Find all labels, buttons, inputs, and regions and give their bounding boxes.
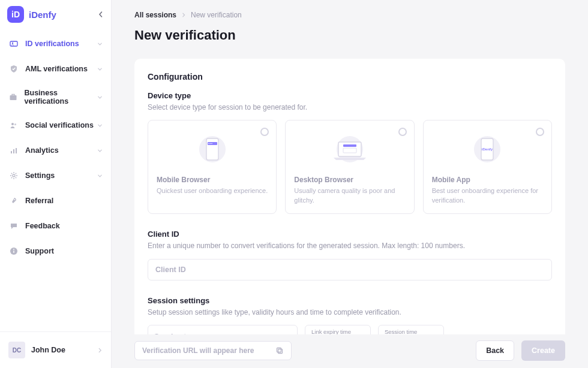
svg-point-4 xyxy=(14,123,16,125)
sidebar-nav: ID verifications AML verifications Bus xyxy=(0,31,111,264)
chevron-left-icon xyxy=(98,11,104,17)
shield-check-icon xyxy=(8,64,19,74)
chevron-down-icon xyxy=(359,334,364,334)
client-id-block: Client ID Enter a unique number to conve… xyxy=(148,230,552,280)
select-label: Session time xyxy=(385,329,437,334)
mobile-browser-illustration xyxy=(157,130,268,168)
link-expiry-select[interactable]: Link expiry time 24 hours xyxy=(305,325,371,334)
sidebar-item-label: Analytics xyxy=(25,146,59,155)
svg-point-12 xyxy=(13,249,14,250)
sidebar-item-label: AML verifications xyxy=(25,65,88,73)
sidebar-item-label: Referral xyxy=(25,197,53,205)
sidebar-item-label: Support xyxy=(25,247,54,255)
field-desc: Select device type for session to be gen… xyxy=(148,102,552,113)
device-name: Desktop Browser xyxy=(294,176,405,184)
device-block: Device type Select device type for sessi… xyxy=(148,91,552,214)
device-option-desktop-browser[interactable]: Desktop Browser Usually camera quality i… xyxy=(285,120,414,214)
user-menu[interactable]: DC John Doe xyxy=(5,337,106,363)
user-name: John Doe xyxy=(31,346,65,354)
device-desc: Usually camera quality is poor and glitc… xyxy=(294,186,405,205)
chevron-down-icon xyxy=(97,41,103,47)
people-icon xyxy=(8,120,19,131)
sidebar-item-referral[interactable]: Referral xyxy=(4,188,107,213)
id-icon xyxy=(8,38,19,49)
sidebar-item-label: ID verifications xyxy=(25,40,79,48)
sidebar-collapse-button[interactable] xyxy=(98,11,104,17)
sidebar-item-label: Business verifications xyxy=(24,89,97,105)
chevron-down-icon xyxy=(286,334,291,334)
sidebar-item-aml-verifications[interactable]: AML verifications xyxy=(4,56,107,82)
footer-bar: Verification URL will appear here Back C… xyxy=(112,334,588,368)
breadcrumb-root[interactable]: All sessions xyxy=(134,11,176,19)
brand-logo: iD xyxy=(7,6,24,23)
sidebar-item-id-verifications[interactable]: ID verifications xyxy=(4,31,107,56)
svg-rect-20 xyxy=(338,142,361,156)
field-title: Session settings xyxy=(148,296,552,305)
desktop-browser-illustration xyxy=(294,130,405,168)
copy-url-button[interactable] xyxy=(275,346,284,355)
sidebar-footer: DC John Doe xyxy=(0,331,111,368)
svg-text:iDenfy: iDenfy xyxy=(482,147,493,151)
breadcrumb: All sessions New verification xyxy=(134,11,565,19)
device-option-mobile-browser[interactable]: Mobile Browser Quickest user onboarding … xyxy=(148,120,277,214)
page-title: New verification xyxy=(134,28,565,43)
chevron-down-icon xyxy=(97,148,103,153)
sidebar-item-social-verifications[interactable]: Social verifications xyxy=(4,113,107,138)
radio-icon xyxy=(398,128,407,136)
brand-name: iDenfy xyxy=(29,10,56,20)
svg-point-3 xyxy=(11,123,14,125)
sidebar-item-label: Social verifications xyxy=(25,121,94,129)
sidebar-item-label: Feedback xyxy=(25,222,60,230)
svg-rect-2 xyxy=(10,95,17,100)
device-name: Mobile App xyxy=(432,176,543,184)
briefcase-icon xyxy=(8,92,18,102)
chevron-down-icon xyxy=(97,95,103,100)
svg-point-18 xyxy=(211,143,212,144)
sidebar-item-feedback[interactable]: Feedback xyxy=(4,213,107,239)
sidebar-item-analytics[interactable]: Analytics xyxy=(4,138,107,163)
svg-point-16 xyxy=(208,143,209,144)
sidebar-item-support[interactable]: Support xyxy=(4,239,107,264)
device-desc: Best user onboarding experience for veri… xyxy=(432,186,543,205)
select-placeholder: Session type xyxy=(154,333,291,334)
device-name: Mobile Browser xyxy=(157,176,268,184)
url-placeholder: Verification URL will appear here xyxy=(142,346,254,355)
session-type-select[interactable]: Session type xyxy=(148,325,298,334)
content-scroll[interactable]: All sessions New verification New verifi… xyxy=(112,0,588,334)
sidebar-item-business-verifications[interactable]: Business verifications xyxy=(4,82,107,113)
chevron-right-icon xyxy=(97,348,103,353)
avatar: DC xyxy=(8,342,25,358)
device-option-mobile-app[interactable]: iDenfy Mobile App Best user onboarding e… xyxy=(423,120,552,214)
chart-icon xyxy=(8,145,19,156)
session-time-select[interactable]: Session time 30 min xyxy=(378,325,444,334)
field-desc: Enter a unique number to convert verific… xyxy=(148,241,552,251)
back-button[interactable]: Back xyxy=(476,340,514,361)
field-title: Device type xyxy=(148,91,552,100)
client-id-input[interactable] xyxy=(148,259,552,280)
sidebar-item-settings[interactable]: Settings xyxy=(4,163,107,188)
select-label: Link expiry time xyxy=(311,329,364,334)
info-icon xyxy=(8,246,19,257)
chat-icon xyxy=(8,221,19,231)
svg-rect-0 xyxy=(10,41,17,46)
svg-rect-7 xyxy=(16,148,17,153)
sidebar: iD iDenfy ID verifications AML veri xyxy=(0,0,112,368)
create-button[interactable]: Create xyxy=(521,340,565,361)
section-heading: Configuration xyxy=(148,72,552,82)
svg-point-8 xyxy=(13,174,15,177)
svg-rect-14 xyxy=(206,138,218,160)
copy-icon xyxy=(275,346,284,355)
config-card: Configuration Device type Select device … xyxy=(134,59,565,334)
svg-rect-21 xyxy=(343,144,356,147)
svg-rect-27 xyxy=(277,348,281,352)
verification-url-box: Verification URL will appear here xyxy=(134,341,292,360)
field-title: Client ID xyxy=(148,230,552,239)
chevron-down-icon xyxy=(432,334,437,334)
gear-icon xyxy=(8,170,19,181)
brand-header: iD iDenfy xyxy=(0,0,111,31)
device-desc: Quickest user onboarding experience. xyxy=(157,186,268,195)
device-options: Mobile Browser Quickest user onboarding … xyxy=(148,120,552,214)
breadcrumb-leaf: New verification xyxy=(191,11,242,19)
svg-point-1 xyxy=(12,43,13,44)
chevron-down-icon xyxy=(97,123,103,128)
